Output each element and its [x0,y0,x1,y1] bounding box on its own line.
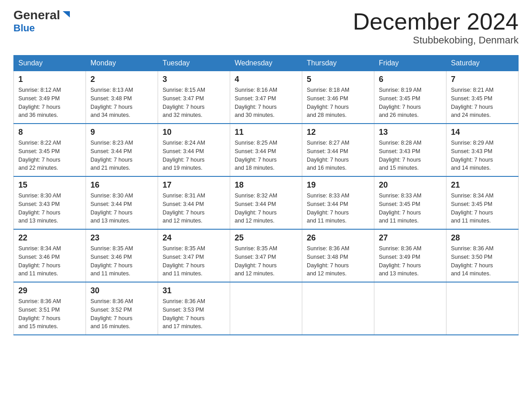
calendar-header: Sunday Monday Tuesday Wednesday Thursday… [14,56,519,71]
svg-marker-0 [63,11,70,17]
day-info: Sunrise: 8:25 AMSunset: 3:44 PMDaylight:… [235,140,277,171]
day-info: Sunrise: 8:12 AMSunset: 3:49 PMDaylight:… [18,87,61,118]
calendar-cell: 19 Sunrise: 8:33 AMSunset: 3:44 PMDaylig… [302,176,374,229]
calendar-cell: 1 Sunrise: 8:12 AMSunset: 3:49 PMDayligh… [14,71,86,124]
week-row-1: 1 Sunrise: 8:12 AMSunset: 3:49 PMDayligh… [14,71,519,124]
header-friday: Friday [374,56,446,71]
calendar-cell: 23 Sunrise: 8:35 AMSunset: 3:46 PMDaylig… [86,229,158,282]
calendar-cell: 10 Sunrise: 8:24 AMSunset: 3:44 PMDaylig… [158,124,230,176]
day-info: Sunrise: 8:36 AMSunset: 3:51 PMDaylight:… [18,298,61,330]
day-info: Sunrise: 8:27 AMSunset: 3:44 PMDaylight:… [307,140,349,171]
calendar-cell [230,282,302,335]
day-info: Sunrise: 8:36 AMSunset: 3:53 PMDaylight:… [163,298,205,330]
calendar-cell: 17 Sunrise: 8:31 AMSunset: 3:44 PMDaylig… [158,176,230,229]
day-info: Sunrise: 8:33 AMSunset: 3:44 PMDaylight:… [307,193,349,224]
day-info: Sunrise: 8:21 AMSunset: 3:45 PMDaylight:… [451,87,493,118]
calendar-cell: 31 Sunrise: 8:36 AMSunset: 3:53 PMDaylig… [158,282,230,335]
calendar-cell: 6 Sunrise: 8:19 AMSunset: 3:45 PMDayligh… [374,71,446,124]
calendar-cell: 21 Sunrise: 8:34 AMSunset: 3:45 PMDaylig… [446,176,519,229]
day-number: 20 [379,180,442,190]
day-info: Sunrise: 8:32 AMSunset: 3:44 PMDaylight:… [235,193,277,224]
calendar-cell: 7 Sunrise: 8:21 AMSunset: 3:45 PMDayligh… [446,71,519,124]
day-info: Sunrise: 8:36 AMSunset: 3:49 PMDaylight:… [379,245,421,277]
title-area: December 2024 Stubbekobing, Denmark [353,9,519,46]
day-info: Sunrise: 8:15 AMSunset: 3:47 PMDaylight:… [163,87,205,118]
day-info: Sunrise: 8:35 AMSunset: 3:46 PMDaylight:… [90,245,133,277]
day-info: Sunrise: 8:19 AMSunset: 3:45 PMDaylight:… [379,87,421,118]
calendar-cell: 20 Sunrise: 8:33 AMSunset: 3:45 PMDaylig… [374,176,446,229]
logo-blue: Blue [13,22,35,34]
day-number: 22 [18,233,81,243]
day-number: 5 [307,75,369,84]
day-number: 3 [163,75,225,84]
day-number: 13 [379,128,442,137]
day-info: Sunrise: 8:22 AMSunset: 3:45 PMDaylight:… [18,140,61,171]
header-sunday: Sunday [14,56,86,71]
day-number: 24 [163,233,225,243]
calendar-cell: 25 Sunrise: 8:35 AMSunset: 3:47 PMDaylig… [230,229,302,282]
logo-general: General [13,9,60,21]
day-number: 6 [379,75,442,84]
calendar-cell: 11 Sunrise: 8:25 AMSunset: 3:44 PMDaylig… [230,124,302,176]
day-number: 25 [235,233,297,243]
day-number: 19 [307,180,369,190]
day-info: Sunrise: 8:31 AMSunset: 3:44 PMDaylight:… [163,193,205,224]
calendar-cell: 28 Sunrise: 8:36 AMSunset: 3:50 PMDaylig… [446,229,519,282]
day-number: 9 [90,128,153,137]
day-info: Sunrise: 8:24 AMSunset: 3:44 PMDaylight:… [163,140,205,171]
day-number: 1 [18,75,81,84]
day-number: 17 [163,180,225,190]
calendar-cell: 24 Sunrise: 8:35 AMSunset: 3:47 PMDaylig… [158,229,230,282]
day-info: Sunrise: 8:35 AMSunset: 3:47 PMDaylight:… [235,245,277,277]
day-info: Sunrise: 8:18 AMSunset: 3:46 PMDaylight:… [307,87,349,118]
day-info: Sunrise: 8:13 AMSunset: 3:48 PMDaylight:… [90,87,133,118]
day-number: 18 [235,180,297,190]
day-number: 7 [451,75,514,84]
calendar-cell: 12 Sunrise: 8:27 AMSunset: 3:44 PMDaylig… [302,124,374,176]
day-number: 16 [90,180,153,190]
week-row-2: 8 Sunrise: 8:22 AMSunset: 3:45 PMDayligh… [14,124,519,176]
calendar-cell: 14 Sunrise: 8:29 AMSunset: 3:43 PMDaylig… [446,124,519,176]
header-saturday: Saturday [446,56,519,71]
day-info: Sunrise: 8:35 AMSunset: 3:47 PMDaylight:… [163,245,205,277]
calendar-cell: 30 Sunrise: 8:36 AMSunset: 3:52 PMDaylig… [86,282,158,335]
day-info: Sunrise: 8:30 AMSunset: 3:43 PMDaylight:… [18,193,61,224]
day-number: 4 [235,75,297,84]
week-row-4: 22 Sunrise: 8:34 AMSunset: 3:46 PMDaylig… [14,229,519,282]
calendar-cell: 16 Sunrise: 8:30 AMSunset: 3:44 PMDaylig… [86,176,158,229]
calendar-table: Sunday Monday Tuesday Wednesday Thursday… [13,55,519,335]
calendar-cell [302,282,374,335]
day-number: 31 [163,286,225,295]
calendar-cell: 5 Sunrise: 8:18 AMSunset: 3:46 PMDayligh… [302,71,374,124]
day-number: 10 [163,128,225,137]
day-number: 15 [18,180,81,190]
header-wednesday: Wednesday [230,56,302,71]
logo-icon [61,9,71,19]
day-info: Sunrise: 8:30 AMSunset: 3:44 PMDaylight:… [90,193,133,224]
calendar-subtitle: Stubbekobing, Denmark [353,34,519,46]
page-header: General Blue December 2024 Stubbekobing,… [13,9,519,46]
day-number: 14 [451,128,514,137]
day-number: 2 [90,75,153,84]
day-info: Sunrise: 8:33 AMSunset: 3:45 PMDaylight:… [379,193,421,224]
day-number: 30 [90,286,153,295]
calendar-title: December 2024 [353,9,519,34]
day-number: 11 [235,128,297,137]
day-info: Sunrise: 8:36 AMSunset: 3:48 PMDaylight:… [307,245,349,277]
calendar-body: 1 Sunrise: 8:12 AMSunset: 3:49 PMDayligh… [14,71,519,335]
calendar-cell: 26 Sunrise: 8:36 AMSunset: 3:48 PMDaylig… [302,229,374,282]
header-tuesday: Tuesday [158,56,230,71]
day-info: Sunrise: 8:23 AMSunset: 3:44 PMDaylight:… [90,140,133,171]
day-info: Sunrise: 8:34 AMSunset: 3:46 PMDaylight:… [18,245,61,277]
calendar-cell: 18 Sunrise: 8:32 AMSunset: 3:44 PMDaylig… [230,176,302,229]
day-number: 27 [379,233,442,243]
day-number: 12 [307,128,369,137]
header-monday: Monday [86,56,158,71]
week-row-3: 15 Sunrise: 8:30 AMSunset: 3:43 PMDaylig… [14,176,519,229]
week-row-5: 29 Sunrise: 8:36 AMSunset: 3:51 PMDaylig… [14,282,519,335]
calendar-cell: 3 Sunrise: 8:15 AMSunset: 3:47 PMDayligh… [158,71,230,124]
calendar-cell: 2 Sunrise: 8:13 AMSunset: 3:48 PMDayligh… [86,71,158,124]
day-number: 23 [90,233,153,243]
day-info: Sunrise: 8:16 AMSunset: 3:47 PMDaylight:… [235,87,277,118]
calendar-cell: 22 Sunrise: 8:34 AMSunset: 3:46 PMDaylig… [14,229,86,282]
